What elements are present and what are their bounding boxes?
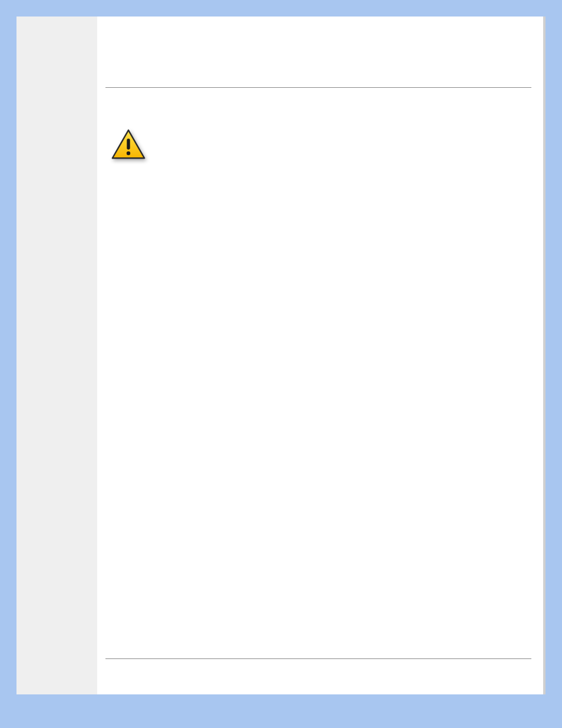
- header-area: [105, 28, 531, 87]
- divider-bottom: [105, 658, 531, 659]
- content-area: [105, 93, 531, 163]
- divider-top: [105, 87, 531, 88]
- main-content: [97, 17, 543, 694]
- sidebar: [16, 17, 97, 694]
- warning-triangle-icon: [110, 128, 147, 163]
- svg-rect-0: [127, 139, 130, 149]
- svg-point-1: [127, 151, 130, 155]
- page-wrapper: [16, 17, 546, 694]
